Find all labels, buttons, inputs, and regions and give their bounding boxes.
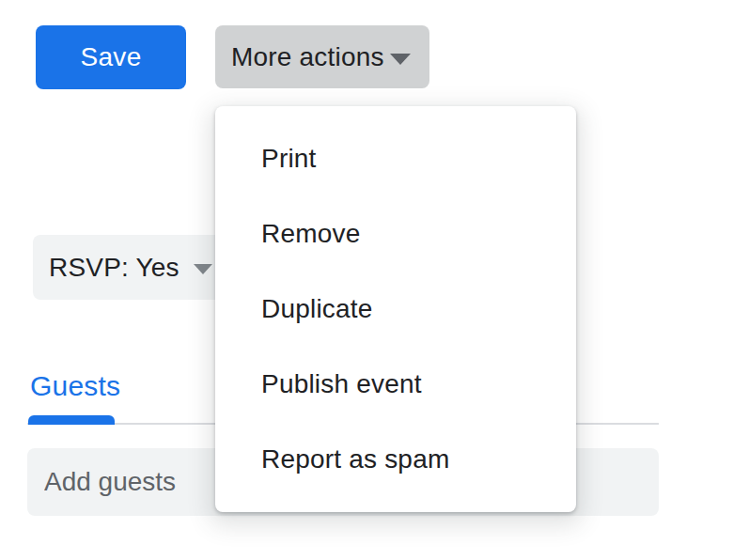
more-actions-button[interactable]: More actions [215, 25, 429, 88]
more-actions-label: More actions [231, 42, 384, 72]
tab-guests[interactable]: Guests [30, 370, 120, 402]
chevron-down-icon [194, 264, 212, 274]
save-button[interactable]: Save [36, 25, 186, 89]
chevron-down-icon [390, 54, 411, 65]
active-tab-indicator [28, 415, 115, 425]
more-actions-menu: Print Remove Duplicate Publish event Rep… [215, 106, 576, 512]
rsvp-label: RSVP: Yes [49, 253, 179, 283]
menu-item-remove[interactable]: Remove [215, 196, 576, 272]
menu-item-report-as-spam[interactable]: Report as spam [215, 422, 576, 497]
menu-item-publish-event[interactable]: Publish event [215, 347, 576, 422]
menu-item-print[interactable]: Print [215, 121, 576, 196]
rsvp-dropdown[interactable]: RSVP: Yes [33, 235, 236, 300]
menu-item-duplicate[interactable]: Duplicate [215, 272, 576, 347]
event-edit-page: Save More actions RSVP: Yes Guests Print… [0, 0, 733, 560]
